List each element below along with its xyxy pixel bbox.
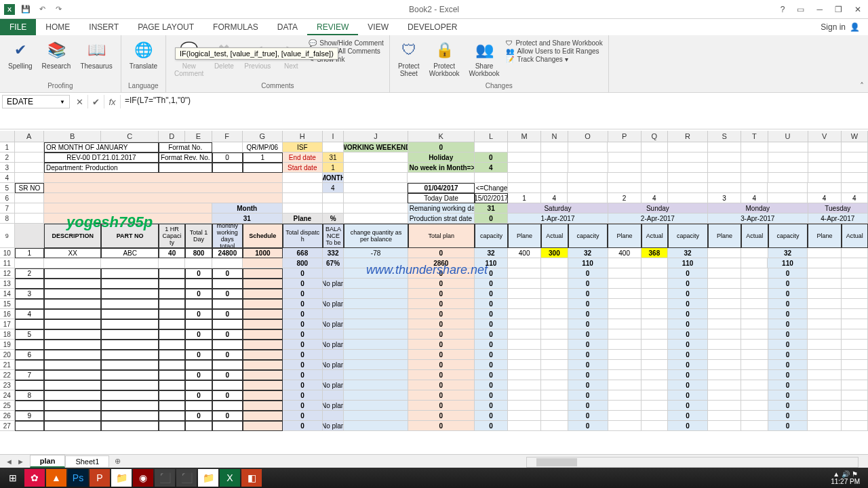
group-label: Changes [395, 81, 603, 91]
tab-data[interactable]: DATA [268, 19, 307, 35]
watermark-yogesh: yogesh795p [66, 214, 153, 231]
protect-share-workbook[interactable]: 🛡 Protect and Share Workbook [506, 39, 602, 47]
taskbar-ppt[interactable]: P [90, 469, 110, 487]
cancel-formula-icon[interactable]: ✕ [72, 95, 88, 108]
name-box[interactable]: EDATE▼ [2, 95, 70, 108]
grid[interactable]: yogesh795p www.thundershare.net 1OR MONT… [0, 142, 868, 454]
group-changes: 🛡Protect Sheet 🔒Protect Workbook 👥Share … [390, 35, 609, 92]
start-button[interactable]: ⊞ [3, 469, 23, 487]
group-language: 🌐Translate Language [121, 35, 166, 92]
undo-icon[interactable]: ↶ [37, 4, 47, 15]
help-icon[interactable]: ? [781, 5, 785, 14]
allow-users-edit[interactable]: 👥 Allow Users to Edit Ranges [506, 47, 602, 55]
sheet-tab-sheet1[interactable]: Sheet1 [65, 455, 109, 467]
minimize-icon[interactable]: ─ [816, 5, 823, 14]
formula-bar: EDATE▼ ✕ ✔ fx =IF(L7="Th",1,"0") [0, 93, 868, 129]
thesaurus-button[interactable]: 📖Thesaurus [77, 38, 115, 71]
show-hide-comment[interactable]: 💬 Show/Hide Comment [309, 39, 383, 47]
tab-formulas[interactable]: FORMULAS [203, 19, 268, 35]
ribbon-display-icon[interactable]: ▭ [797, 5, 804, 14]
group-comments: 💬New Comment ✖Delete ◄Previous ►Next 💬 S… [166, 35, 390, 92]
share-workbook-button[interactable]: 👥Share Workbook [467, 38, 502, 79]
close-icon[interactable]: ✕ [854, 5, 861, 14]
tab-home[interactable]: HOME [36, 19, 79, 35]
tab-developer[interactable]: DEVELOPER [398, 19, 467, 35]
windows-taskbar[interactable]: ⊞ ✿ ▲ Ps P 📁 ◉ ⬛ ⬛ 📁 X ◧ ▲ 🔊 ⚑ 11:27 PM [0, 468, 868, 488]
column-headers[interactable]: ABCDEFGHIJKLMNOPQRSTUVW [0, 131, 868, 142]
formula-input[interactable]: =IF(L7="Th",1,"0") [121, 93, 868, 129]
taskbar-explorer2[interactable]: 📁 [198, 469, 218, 487]
sign-in[interactable]: Sign in👤 [812, 22, 868, 32]
taskbar-app4[interactable]: ⬛ [176, 469, 197, 487]
taskbar-clock[interactable]: ▲ 🔊 ⚑ 11:27 PM [825, 470, 865, 485]
tab-review[interactable]: REVIEW [307, 19, 358, 35]
track-changes[interactable]: 📝 Track Changes ▾ [506, 56, 602, 63]
research-button[interactable]: 📚Research [39, 38, 74, 71]
taskbar-app3[interactable]: ⬛ [155, 469, 175, 487]
taskbar-excel[interactable]: X [220, 469, 240, 487]
tab-insert[interactable]: INSERT [79, 19, 128, 35]
protect-sheet-button[interactable]: 🛡Protect Sheet [395, 38, 422, 79]
spreadsheet-area[interactable]: ABCDEFGHIJKLMNOPQRSTUVW yogesh795p www.t… [0, 131, 868, 454]
fx-icon[interactable]: fx [104, 95, 121, 108]
excel-icon: X [4, 4, 15, 15]
title-bar: X 💾 ↶ ↷ Book2 - Excel ? ▭ ─ ❐ ✕ [0, 0, 868, 19]
taskbar-ps[interactable]: Ps [68, 469, 88, 487]
taskbar-app5[interactable]: ◧ [241, 469, 262, 487]
spelling-button[interactable]: ✔Spelling [5, 38, 35, 71]
add-sheet-button[interactable]: ⊕ [109, 457, 125, 466]
window-controls: ? ▭ ─ ❐ ✕ [774, 5, 868, 14]
group-label: Language [127, 81, 160, 91]
horizontal-scrollbar[interactable] [526, 457, 859, 468]
translate-button[interactable]: 🌐Translate [127, 38, 160, 71]
tab-pagelayout[interactable]: PAGE LAYOUT [128, 19, 203, 35]
quick-access-toolbar: X 💾 ↶ ↷ [0, 4, 68, 15]
function-tooltip: IF(logical_test, [value_if_true], [value… [175, 47, 338, 60]
taskbar-app[interactable]: ✿ [24, 469, 45, 487]
save-icon[interactable]: 💾 [20, 4, 31, 15]
ribbon-tabs: FILE HOME INSERT PAGE LAYOUT FORMULAS DA… [0, 19, 868, 35]
enter-formula-icon[interactable]: ✔ [88, 95, 104, 108]
taskbar-vlc[interactable]: ▲ [46, 469, 66, 487]
group-label: Comments [172, 81, 384, 91]
sheet-nav[interactable]: ◄► [0, 458, 30, 466]
tab-view[interactable]: VIEW [358, 19, 398, 35]
group-proofing: ✔Spelling 📚Research 📖Thesaurus Proofing [0, 35, 121, 92]
protect-workbook-button[interactable]: 🔒Protect Workbook [427, 38, 462, 79]
ribbon-body: ✔Spelling 📚Research 📖Thesaurus Proofing … [0, 35, 868, 93]
redo-icon[interactable]: ↷ [53, 4, 64, 15]
changes-options: 🛡 Protect and Share Workbook 👥 Allow Use… [506, 38, 602, 64]
tab-file[interactable]: FILE [0, 19, 36, 35]
sheet-tab-plan[interactable]: plan [30, 455, 66, 468]
taskbar-app2[interactable]: ◉ [133, 469, 153, 487]
collapse-ribbon-icon[interactable]: ˄ [860, 81, 864, 91]
taskbar-explorer[interactable]: 📁 [111, 469, 132, 487]
group-label: Proofing [5, 81, 115, 91]
window-title: Book2 - Excel [409, 5, 459, 14]
restore-icon[interactable]: ❐ [835, 5, 842, 14]
